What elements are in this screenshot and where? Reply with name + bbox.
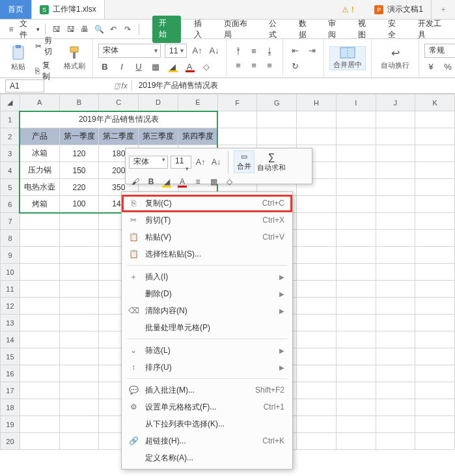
row-header[interactable]: 12 — [1, 298, 20, 315]
align-left-icon[interactable]: ≡ — [232, 59, 245, 72]
row-header[interactable]: 9 — [1, 247, 20, 264]
ctx-item-item6[interactable]: 删除(D)▶ — [122, 285, 292, 302]
bold-button[interactable]: B — [98, 61, 111, 74]
row-header[interactable]: 14 — [1, 331, 20, 348]
mini-fill-color-button[interactable]: ◢ — [160, 175, 173, 188]
col-header[interactable]: C — [99, 94, 139, 111]
cell[interactable]: 100 — [59, 196, 99, 213]
cell[interactable]: 冰箱 — [20, 145, 59, 162]
copy-button[interactable]: ⎘复制 — [35, 60, 57, 82]
number-format-select[interactable]: 常规▾ — [424, 44, 455, 58]
mini-clear-button[interactable]: ◇ — [223, 175, 236, 188]
cut-button[interactable]: ✂剪切 — [35, 35, 57, 57]
col-header[interactable]: D — [139, 94, 178, 111]
row-header[interactable]: 10 — [1, 264, 20, 281]
app-menu-icon[interactable]: ≡ — [5, 23, 17, 35]
font-name-select[interactable]: 宋体 — [98, 44, 161, 58]
row-header[interactable]: 7 — [1, 213, 20, 230]
cell[interactable]: 120 — [59, 145, 99, 162]
merge-center-button[interactable]: 合并居中 — [329, 46, 366, 70]
mini-bold-button[interactable]: B — [145, 175, 158, 188]
col-header[interactable]: H — [297, 94, 337, 111]
cell[interactable]: 220 — [59, 179, 99, 196]
col-header[interactable]: J — [376, 94, 415, 111]
table-header[interactable]: 第二季度 — [99, 128, 139, 145]
ctx-item-comment[interactable]: 💬插入批注(M)...Shift+F2 — [122, 382, 292, 399]
font-color-button[interactable]: A — [183, 61, 196, 74]
currency-icon[interactable]: ¥ — [424, 61, 437, 74]
mini-font-name[interactable]: 宋体 — [129, 156, 168, 169]
ctx-item-sort[interactable]: ↕排序(U)▶ — [122, 359, 292, 376]
name-box[interactable]: A1 — [5, 79, 44, 92]
orientation-icon[interactable]: ↻ — [288, 60, 301, 73]
save-icon[interactable]: 🖫 — [51, 23, 62, 35]
underline-button[interactable]: U — [132, 61, 145, 74]
cell[interactable]: 压力锅 — [20, 162, 59, 179]
align-middle-icon[interactable]: ≡ — [247, 45, 260, 58]
ctx-item-format[interactable]: ⚙设置单元格格式(F)...Ctrl+1 — [122, 399, 292, 415]
cell[interactable]: 烤箱 — [20, 196, 59, 213]
row-header[interactable]: 6 — [1, 196, 20, 213]
table-header[interactable]: 产品 — [20, 128, 59, 145]
border-button[interactable]: ▦ — [149, 61, 162, 74]
tab-home[interactable]: 首页 — [0, 0, 32, 19]
clear-fmt-button[interactable]: ◇ — [200, 61, 213, 74]
tab-workbook[interactable]: S 工作簿1.xlsx — [32, 0, 105, 19]
row-header[interactable]: 3 — [1, 145, 20, 162]
col-header[interactable]: G — [257, 94, 297, 111]
font-size-select[interactable]: 11 — [165, 44, 187, 58]
save-as-icon[interactable]: 🖫 — [65, 23, 77, 35]
row-header[interactable]: 16 — [1, 365, 20, 382]
ctx-item-link[interactable]: 🔗超链接(H)...Ctrl+K — [122, 432, 292, 449]
row-header[interactable]: 1 — [1, 111, 20, 128]
col-header[interactable]: F — [217, 94, 257, 111]
ctx-item-insert[interactable]: ＋插入(I)▶ — [122, 268, 292, 285]
select-all-corner[interactable]: ◢ — [1, 94, 20, 111]
ctx-item-filter[interactable]: ⌄筛选(L)▶ — [122, 342, 292, 359]
col-header[interactable]: K — [415, 94, 455, 111]
mini-decrease-font-icon[interactable]: A↓ — [210, 156, 223, 169]
print-icon[interactable]: 🖶 — [79, 23, 90, 35]
ctx-item-item17[interactable]: 定义名称(A)... — [122, 449, 292, 466]
ctx-item-item8[interactable]: 批量处理单元格(P) — [122, 319, 292, 336]
align-top-icon[interactable]: ⭱ — [232, 45, 245, 58]
mini-increase-font-icon[interactable]: A↑ — [194, 156, 207, 169]
italic-button[interactable]: I — [115, 61, 128, 74]
fill-color-button[interactable]: ◢ — [166, 61, 179, 74]
row-header[interactable]: 18 — [1, 399, 20, 416]
col-header[interactable]: A — [20, 94, 59, 111]
align-bottom-icon[interactable]: ⭳ — [263, 45, 276, 58]
undo-icon[interactable]: ↶ — [107, 23, 119, 35]
row-header[interactable]: 5 — [1, 179, 20, 196]
row-header[interactable]: 17 — [1, 382, 20, 399]
row-header[interactable]: 15 — [1, 348, 20, 365]
row-header[interactable]: 2 — [1, 128, 20, 145]
decrease-indent-icon[interactable]: ⇤ — [288, 44, 301, 57]
mini-font-color-button[interactable]: A — [176, 175, 189, 188]
wrap-text-button[interactable]: ↩ 自动换行 — [377, 47, 413, 70]
row-header[interactable]: 4 — [1, 162, 20, 179]
ctx-item-cut[interactable]: ✂剪切(T)Ctrl+X — [122, 212, 292, 229]
table-header[interactable]: 第一季度 — [59, 128, 99, 145]
percent-icon[interactable]: % — [441, 61, 454, 74]
row-header[interactable]: 20 — [1, 433, 20, 450]
table-header[interactable]: 第四季度 — [178, 128, 217, 145]
row-header[interactable]: 8 — [1, 230, 20, 247]
mini-border-button[interactable]: ▦ — [207, 175, 220, 188]
increase-font-icon[interactable]: A↑ — [191, 44, 204, 57]
align-center-icon[interactable]: ≡ — [247, 59, 260, 72]
increase-indent-icon[interactable]: ⇥ — [305, 44, 318, 57]
print-preview-icon[interactable]: 🔍 — [93, 23, 105, 35]
col-header[interactable]: B — [59, 94, 99, 111]
mini-format-painter-icon[interactable]: 🖌 — [129, 175, 142, 188]
ctx-item-item15[interactable]: 从下拉列表中选择(K)... — [122, 415, 292, 432]
row-header[interactable]: 19 — [1, 416, 20, 433]
ctx-item-paste-special[interactable]: 📋选择性粘贴(S)... — [122, 245, 292, 262]
fx-icon[interactable]: ⍰ fx — [115, 81, 128, 91]
format-painter-button[interactable]: 格式刷 — [61, 46, 87, 71]
redo-icon[interactable]: ↷ — [122, 23, 133, 35]
formula-bar[interactable]: 2019年产品销售情况表 — [131, 80, 219, 91]
align-right-icon[interactable]: ≡ — [263, 59, 276, 72]
paste-button[interactable]: 粘贴 — [5, 45, 31, 72]
cell[interactable]: 电热水壶 — [20, 179, 59, 196]
